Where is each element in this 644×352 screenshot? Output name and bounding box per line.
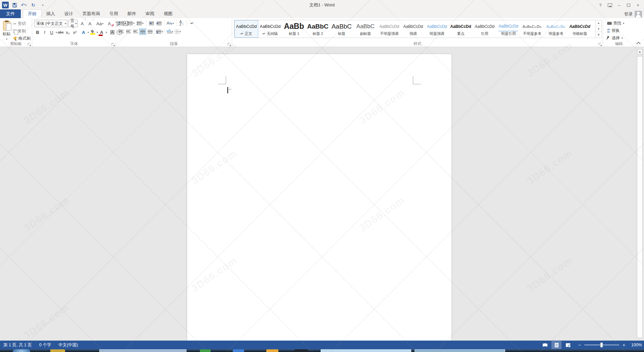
asian-layout-button[interactable]: A⇆▾ (166, 20, 174, 27)
increase-indent-button[interactable] (156, 20, 162, 27)
document-page[interactable]: ↵ (187, 54, 452, 341)
distribute-button[interactable] (147, 28, 153, 35)
style-item-subtle-reference[interactable]: AaBbCcDd不明显参考 (520, 20, 544, 38)
style-item-subtitle[interactable]: AaBbC副标题 (354, 20, 377, 38)
bold-button[interactable]: B (34, 29, 41, 36)
customize-qat-button[interactable]: ▾ (39, 1, 46, 9)
style-item-heading1[interactable]: AaBb标题 1 (282, 20, 306, 38)
taskbar-icon[interactable] (266, 349, 278, 352)
tab-mailings[interactable]: 邮件 (123, 10, 141, 18)
justify-button[interactable] (139, 28, 146, 35)
borders-dropdown-icon[interactable]: ▾ (179, 30, 181, 33)
zoom-slider[interactable] (584, 345, 619, 345)
tab-page-layout[interactable]: 页面布局 (78, 10, 105, 18)
clipboard-dialog-launcher[interactable] (28, 43, 31, 46)
align-right-button[interactable] (132, 28, 139, 35)
style-item-intense-quote[interactable]: AaBbCcDd明显引用 (496, 20, 520, 38)
align-center-button[interactable] (125, 28, 132, 35)
font-size-combo[interactable]: 五号▾ (68, 20, 78, 27)
zoom-slider-thumb[interactable] (600, 343, 603, 347)
style-item-title[interactable]: AaBbC标题 (330, 20, 354, 38)
underline-button[interactable]: U (48, 29, 55, 36)
tab-view[interactable]: 视图 (159, 10, 177, 18)
style-item-no-spacing[interactable]: AaBbCcDd↵ 无间隔 (258, 20, 282, 38)
italic-button[interactable]: I (41, 29, 48, 36)
tab-review[interactable]: 审阅 (141, 10, 159, 18)
numbering-button[interactable]: ▾ (127, 20, 135, 27)
line-spacing-dropdown-icon[interactable]: ▾ (162, 30, 163, 33)
numbering-dropdown-icon[interactable]: ▾ (133, 22, 135, 25)
undo-dropdown-icon[interactable]: ▾ (25, 4, 26, 7)
tab-home[interactable]: 开始 (23, 9, 42, 18)
start-orb[interactable] (13, 349, 30, 352)
ribbon-display-options-button[interactable] (605, 1, 614, 9)
save-button[interactable] (11, 1, 18, 9)
styles-dialog-launcher[interactable] (599, 43, 602, 46)
paragraph-dialog-launcher[interactable] (228, 43, 231, 46)
strikethrough-button[interactable]: abc (57, 29, 64, 36)
scrollbar-thumb[interactable] (637, 56, 643, 338)
bullets-dropdown-icon[interactable]: ▾ (124, 22, 125, 25)
underline-dropdown-icon[interactable]: ▾ (56, 31, 57, 34)
line-spacing-button[interactable]: ▾ (156, 28, 164, 35)
subscript-button[interactable]: x₂ (64, 29, 71, 36)
undo-button[interactable]: ↶▾ (20, 1, 28, 9)
show-hide-marks-button[interactable]: ↵ (189, 20, 195, 27)
font-color-button[interactable]: A (98, 29, 105, 36)
text-effects-button[interactable]: A (80, 29, 87, 36)
tab-file[interactable]: 文件 (0, 9, 21, 18)
print-layout-button[interactable] (551, 341, 561, 349)
text-effects-dropdown-icon[interactable]: ▾ (88, 31, 89, 34)
taskbar-window-button[interactable] (415, 349, 505, 352)
collapse-ribbon-button[interactable] (636, 41, 641, 45)
taskbar-active-window-button[interactable] (321, 349, 411, 352)
superscript-button[interactable]: x² (71, 29, 78, 36)
shrink-font-button[interactable]: A (87, 20, 93, 27)
align-left-button[interactable] (118, 28, 125, 35)
read-mode-button[interactable] (540, 341, 550, 349)
paste-button[interactable]: 粘贴 ▾ (1, 19, 12, 42)
copy-button[interactable]: 复制 (12, 28, 31, 34)
taskbar-window-button[interactable] (99, 349, 186, 352)
zoom-out-button[interactable]: − (578, 342, 582, 348)
select-button[interactable]: 选择▾ (606, 35, 634, 41)
language-status[interactable]: 中文(中国) (58, 342, 78, 348)
style-item-normal[interactable]: AaBbCcDd↵ 正文 (234, 20, 258, 38)
format-painter-button[interactable]: 格式刷 (12, 35, 31, 42)
font-color-dropdown-icon[interactable]: ▾ (106, 31, 107, 34)
style-item-subtle-emphasis[interactable]: AaBbCcDd不明显强调 (377, 20, 401, 38)
find-dropdown-icon[interactable]: ▾ (623, 22, 624, 25)
taskbar-icon[interactable] (200, 349, 211, 352)
word-logo-icon[interactable]: W (2, 2, 9, 8)
restore-button[interactable] (624, 1, 633, 9)
paste-dropdown-icon[interactable]: ▾ (6, 38, 7, 41)
clear-formatting-button[interactable]: A (107, 20, 113, 27)
borders-button[interactable]: ▾ (174, 28, 181, 35)
highlight-color-button[interactable] (89, 29, 96, 36)
highlight-dropdown-icon[interactable]: ▾ (97, 31, 98, 34)
taskbar-icon[interactable] (233, 349, 244, 352)
cut-button[interactable]: ✂剪切 (12, 20, 31, 27)
styles-scroll-down-button[interactable]: ▼ (596, 26, 601, 32)
page-number-status[interactable]: 第 1 页, 共 1 页 (3, 342, 32, 348)
styles-more-button[interactable]: ▾ (596, 32, 601, 38)
style-item-strong[interactable]: AaBbCcDd要点 (449, 20, 473, 38)
multilevel-dropdown-icon[interactable]: ▾ (142, 22, 144, 25)
character-shading-button[interactable]: A (109, 29, 116, 36)
tab-insert[interactable]: 插入 (42, 10, 60, 18)
asian-layout-dropdown-icon[interactable]: ▾ (172, 22, 174, 25)
taskbar-icon[interactable] (50, 349, 65, 352)
vertical-scrollbar[interactable]: ▲ (637, 49, 643, 338)
web-layout-button[interactable] (563, 341, 573, 349)
style-item-book-title[interactable]: AaBbCcDd书籍标题 (568, 20, 592, 38)
select-dropdown-icon[interactable]: ▾ (622, 37, 623, 40)
decrease-indent-button[interactable] (148, 20, 155, 27)
help-button[interactable]: ? (596, 1, 605, 9)
close-button[interactable]: × (633, 1, 643, 9)
tab-design[interactable]: 设计 (60, 10, 78, 18)
grow-font-button[interactable]: A (79, 20, 86, 27)
font-name-combo[interactable]: 宋体 (中文正文▾ (34, 20, 67, 27)
font-dialog-launcher[interactable] (112, 43, 115, 46)
style-item-emphasis[interactable]: AaBbCcDd强调 (401, 20, 425, 38)
style-item-intense-emphasis[interactable]: AaBbCcDd明显强调 (425, 20, 449, 38)
